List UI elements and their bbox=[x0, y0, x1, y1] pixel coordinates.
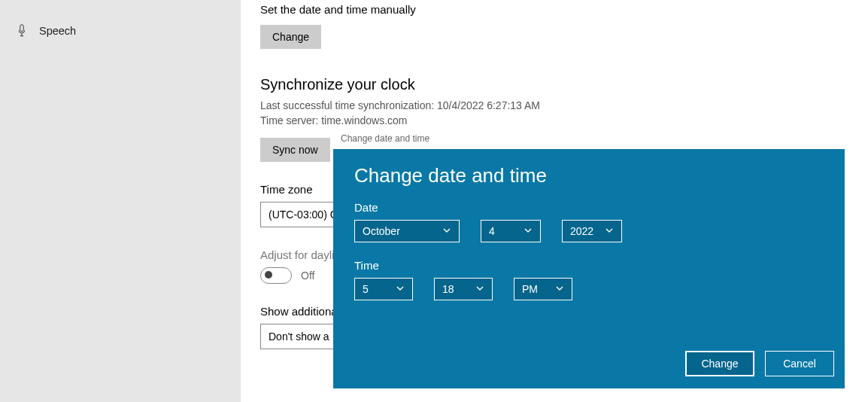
chevron-down-icon bbox=[524, 225, 533, 237]
sidebar-item-speech[interactable]: Speech bbox=[0, 21, 241, 41]
chevron-down-icon bbox=[396, 283, 405, 295]
change-date-time-dialog: Change date and time Change date and tim… bbox=[333, 128, 845, 388]
chevron-down-icon bbox=[442, 225, 451, 237]
sync-info: Last successful time synchronization: 10… bbox=[260, 98, 868, 129]
year-value: 2022 bbox=[570, 225, 593, 237]
minute-value: 18 bbox=[442, 283, 454, 295]
sync-now-button[interactable]: Sync now bbox=[260, 138, 330, 162]
sync-last-success: Last successful time synchronization: 10… bbox=[260, 98, 868, 113]
svg-rect-0 bbox=[20, 25, 24, 32]
day-value: 4 bbox=[489, 225, 495, 237]
sidebar-item-label: Speech bbox=[39, 25, 76, 37]
change-date-time-button[interactable]: Change bbox=[260, 25, 321, 49]
ampm-select[interactable]: PM bbox=[514, 278, 572, 300]
dialog-heading: Change date and time bbox=[354, 164, 824, 187]
hour-value: 5 bbox=[363, 283, 369, 295]
toggle-knob bbox=[265, 271, 272, 279]
dialog-cancel-button[interactable]: Cancel bbox=[765, 351, 834, 376]
month-select[interactable]: October bbox=[354, 220, 460, 242]
year-select[interactable]: 2022 bbox=[562, 220, 622, 242]
sync-clock-heading: Synchronize your clock bbox=[260, 76, 868, 93]
settings-sidebar: Speech bbox=[0, 0, 241, 402]
chevron-down-icon bbox=[555, 283, 564, 295]
ampm-value: PM bbox=[522, 283, 538, 295]
month-value: October bbox=[363, 225, 400, 237]
set-date-time-label: Set the date and time manually bbox=[260, 3, 868, 16]
minute-select[interactable]: 18 bbox=[434, 278, 493, 300]
daylight-savings-state: Off bbox=[301, 270, 314, 282]
date-field-label: Date bbox=[354, 201, 824, 214]
daylight-savings-toggle[interactable] bbox=[260, 267, 292, 284]
day-select[interactable]: 4 bbox=[481, 220, 541, 242]
sync-time-server: Time server: time.windows.com bbox=[260, 113, 868, 128]
microphone-icon bbox=[15, 24, 29, 38]
dialog-titlebar[interactable]: Change date and time bbox=[333, 128, 845, 149]
time-field-label: Time bbox=[354, 259, 824, 272]
hour-select[interactable]: 5 bbox=[354, 278, 413, 300]
chevron-down-icon bbox=[605, 225, 614, 237]
dialog-change-button[interactable]: Change bbox=[685, 351, 754, 376]
chevron-down-icon bbox=[475, 283, 484, 295]
